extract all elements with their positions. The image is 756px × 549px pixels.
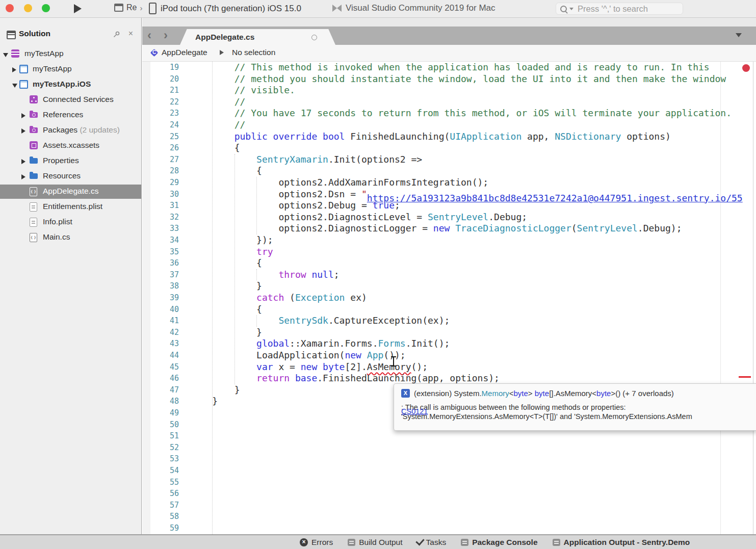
code-line-45[interactable]: 45 var x = new byte[2].AsMemory();	[142, 361, 756, 373]
device-target-label: iPod touch (7th generation) iOS 15.0	[161, 4, 301, 14]
tab-appdelegate[interactable]: AppDelegate.cs	[180, 29, 335, 45]
code-line-40[interactable]: 40 {	[142, 304, 756, 316]
tab-list-dropdown-icon[interactable]	[736, 33, 742, 37]
tree-item-mytestapp[interactable]: myTestApp	[0, 62, 141, 76]
code-line-23[interactable]: 23 // You have 17 seconds to return from…	[142, 108, 756, 119]
code-line-54[interactable]: 54	[142, 465, 756, 477]
tree-item-entitlements-plist[interactable]: Entitlements.plist	[0, 200, 141, 214]
tree-item-mytestapp-ios[interactable]: myTestApp.iOS	[0, 77, 141, 92]
breadcrumb-separator-icon	[220, 50, 224, 55]
disclosure-expanded-icon[interactable]	[12, 84, 17, 88]
code-line-37[interactable]: 37 throw null;	[142, 269, 756, 281]
window-title: Visual Studio Community 2019 for Mac	[332, 3, 496, 13]
build-configuration-dropdown[interactable]: Re ›	[114, 3, 142, 12]
extension-method-icon: X	[401, 389, 410, 398]
code-line-34[interactable]: 34 });	[142, 234, 756, 246]
run-button[interactable]	[74, 4, 82, 13]
text-cursor	[391, 356, 396, 367]
disclosure-expanded-icon[interactable]	[3, 53, 8, 57]
close-window-button[interactable]	[6, 4, 14, 12]
code-line-24[interactable]: 24 //	[142, 119, 756, 131]
code-line-27[interactable]: 27 SentryXamarin.Init(options2 =>	[142, 154, 756, 166]
tree-item-resources[interactable]: Resources	[0, 169, 141, 184]
code-line-39[interactable]: 39 catch (Exception ex)	[142, 292, 756, 304]
editor-tab-strip: ‹ › AppDelegate.cs	[142, 18, 756, 45]
scrollbar-error-marker[interactable]	[739, 376, 751, 378]
code-line-44[interactable]: 44 LoadApplication(new App());	[142, 350, 756, 361]
tree-item-mytestapp[interactable]: myTestApp	[0, 47, 141, 61]
cs-icon	[30, 233, 37, 242]
code-line-53[interactable]: 53	[142, 453, 756, 465]
code-line-22[interactable]: 22 //	[142, 96, 756, 108]
tree-item-main-cs[interactable]: Main.cs	[0, 230, 141, 245]
project-icon	[19, 80, 28, 89]
pad-button-tasks[interactable]: Tasks	[418, 538, 447, 547]
code-line-38[interactable]: 38 }	[142, 280, 756, 292]
code-line-21[interactable]: 21 // visible.	[142, 85, 756, 96]
file-health-error-dot[interactable]	[742, 64, 750, 72]
tree-item-appdelegate-cs[interactable]: AppDelegate.cs	[0, 185, 141, 199]
minimize-window-button[interactable]	[24, 4, 32, 12]
code-line-30[interactable]: 30 options2.Dsn = "https://5a193123a9b84…	[142, 189, 756, 200]
pad-button-errors[interactable]: ×Errors	[300, 538, 333, 547]
code-line-25[interactable]: 25 public override bool FinishedLaunchin…	[142, 131, 756, 143]
disclosure-collapsed-icon[interactable]	[21, 159, 25, 164]
code-line-57[interactable]: 57	[142, 500, 756, 511]
tree-item-connected-services[interactable]: Connected Services	[0, 93, 141, 107]
code-line-59[interactable]: 59	[142, 522, 756, 534]
tree-item-packages[interactable]: Packages (2 updates)	[0, 123, 141, 138]
code-line-36[interactable]: 36 {	[142, 257, 756, 269]
output-pad-icon	[461, 539, 468, 546]
code-line-33[interactable]: 33 options2.DiagnosticLogger = new Trace…	[142, 223, 756, 234]
tree-item-assets-xcassets[interactable]: Assets.xcassets	[0, 139, 141, 153]
tooltip-signature: (extension) System.Memory<byte> byte[].A…	[414, 389, 674, 398]
tree-item-properties[interactable]: Properties	[0, 154, 141, 168]
code-line-29[interactable]: 29 options2.AddXamarinFormsIntegration()…	[142, 177, 756, 189]
folder-purple-icon	[30, 127, 38, 133]
errors-icon: ×	[300, 538, 308, 546]
visual-studio-logo-icon	[332, 5, 342, 12]
code-line-31[interactable]: 31 options2.Debug = true;	[142, 200, 756, 212]
code-line-26[interactable]: 26 {	[142, 142, 756, 154]
tree-item-info-plist[interactable]: Info.plist	[0, 215, 141, 229]
global-search-input[interactable]: Press '^,' to search	[556, 3, 683, 15]
pad-button-package-console[interactable]: Package Console	[461, 538, 537, 547]
disclosure-collapsed-icon[interactable]	[21, 174, 25, 179]
breadcrumb-class[interactable]: AppDelegate	[162, 48, 207, 57]
output-pad-icon	[553, 539, 560, 546]
code-line-28[interactable]: 28 {	[142, 165, 756, 177]
code-line-46[interactable]: 46 return base.FinishedLaunching(app, op…	[142, 373, 756, 384]
status-pad-bar: ×ErrorsBuild OutputTasksPackage ConsoleA…	[0, 534, 756, 549]
navigate-back-button[interactable]: ‹	[147, 28, 151, 42]
code-line-20[interactable]: 20 // method you should instantiate the …	[142, 73, 756, 85]
phone-icon	[149, 3, 157, 14]
pad-button-application-output-sentry-demo[interactable]: Application Output - Sentry.Demo	[553, 538, 690, 547]
code-line-35[interactable]: 35 try	[142, 246, 756, 258]
code-line-55[interactable]: 55	[142, 477, 756, 488]
code-line-52[interactable]: 52	[142, 442, 756, 454]
tree-item-references[interactable]: References	[0, 108, 141, 122]
code-line-51[interactable]: 51	[142, 430, 756, 442]
code-line-42[interactable]: 42 }	[142, 327, 756, 338]
code-line-43[interactable]: 43 global::Xamarin.Forms.Forms.Init();	[142, 338, 756, 350]
project-icon	[19, 65, 28, 73]
code-line-41[interactable]: 41 SentrySdk.CaptureException(ex);	[142, 315, 756, 327]
vs-mac-window: { "topbar": { "config_label": "Re", "con…	[0, 0, 756, 549]
code-line-58[interactable]: 58	[142, 511, 756, 522]
navigate-forward-button[interactable]: ›	[164, 28, 168, 42]
pad-button-build-output[interactable]: Build Output	[348, 538, 402, 547]
error-tooltip: X (extension) System.Memory<byte> byte[]…	[394, 383, 756, 431]
zoom-window-button[interactable]	[42, 4, 50, 12]
breadcrumb-selection[interactable]: No selection	[232, 48, 275, 57]
chevron-right-icon: ›	[140, 4, 142, 12]
code-editor[interactable]: 19 // This method is invoked when the ap…	[142, 62, 756, 534]
code-line-56[interactable]: 56	[142, 488, 756, 500]
code-line-32[interactable]: 32 options2.DiagnosticLevel = SentryLeve…	[142, 212, 756, 223]
solution-icon	[11, 49, 19, 58]
device-target-dropdown[interactable]: iPod touch (7th generation) iOS 15.0	[149, 3, 301, 14]
tooltip-signature-row: X (extension) System.Memory<byte> byte[]…	[401, 389, 674, 398]
disclosure-collapsed-icon[interactable]	[21, 113, 25, 118]
disclosure-collapsed-icon[interactable]	[21, 128, 25, 134]
code-line-19[interactable]: 19 // This method is invoked when the ap…	[142, 62, 756, 73]
disclosure-collapsed-icon[interactable]	[12, 67, 16, 72]
